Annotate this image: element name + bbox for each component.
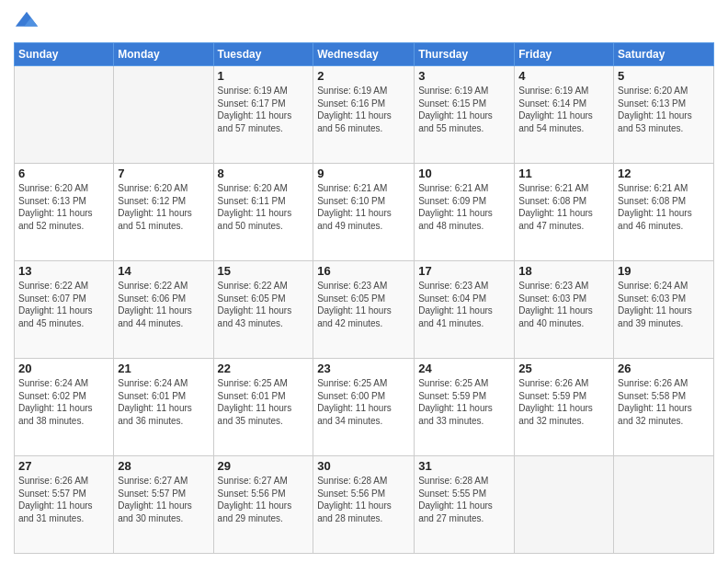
day-number: 4 <box>518 69 609 83</box>
day-of-week-header: Saturday <box>614 43 714 66</box>
calendar-week-row: 13Sunrise: 6:22 AMSunset: 6:07 PMDayligh… <box>15 261 714 359</box>
day-info: Sunrise: 6:26 AMSunset: 5:57 PMDaylight:… <box>18 475 109 524</box>
day-number: 30 <box>317 459 410 473</box>
day-info: Sunrise: 6:19 AMSunset: 6:16 PMDaylight:… <box>317 85 410 134</box>
calendar-cell <box>114 66 213 164</box>
day-info: Sunrise: 6:20 AMSunset: 6:13 PMDaylight:… <box>618 85 710 134</box>
day-info: Sunrise: 6:26 AMSunset: 5:58 PMDaylight:… <box>618 377 710 427</box>
day-info: Sunrise: 6:20 AMSunset: 6:12 PMDaylight:… <box>118 182 209 232</box>
day-number: 31 <box>418 459 510 473</box>
calendar-week-row: 6Sunrise: 6:20 AMSunset: 6:13 PMDaylight… <box>15 164 714 261</box>
day-number: 8 <box>218 167 310 180</box>
calendar-cell: 23Sunrise: 6:25 AMSunset: 6:00 PMDayligh… <box>313 359 415 456</box>
calendar-cell: 16Sunrise: 6:23 AMSunset: 6:05 PMDayligh… <box>313 261 415 359</box>
day-info: Sunrise: 6:26 AMSunset: 5:59 PMDaylight:… <box>518 377 609 427</box>
calendar-cell: 15Sunrise: 6:22 AMSunset: 6:05 PMDayligh… <box>213 261 313 359</box>
day-number: 24 <box>418 362 510 375</box>
calendar-cell: 21Sunrise: 6:24 AMSunset: 6:01 PMDayligh… <box>114 359 213 456</box>
day-info: Sunrise: 6:22 AMSunset: 6:05 PMDaylight:… <box>218 280 310 329</box>
calendar-week-row: 20Sunrise: 6:24 AMSunset: 6:02 PMDayligh… <box>15 359 714 456</box>
day-number: 3 <box>418 69 510 83</box>
day-of-week-header: Friday <box>515 43 614 66</box>
day-number: 17 <box>418 264 510 278</box>
day-number: 11 <box>518 167 609 180</box>
day-info: Sunrise: 6:28 AMSunset: 5:55 PMDaylight:… <box>418 475 510 524</box>
day-info: Sunrise: 6:27 AMSunset: 5:57 PMDaylight:… <box>118 475 209 524</box>
day-number: 7 <box>118 167 209 180</box>
day-number: 5 <box>618 69 710 83</box>
calendar-cell: 4Sunrise: 6:19 AMSunset: 6:14 PMDaylight… <box>515 66 614 164</box>
calendar-cell: 6Sunrise: 6:20 AMSunset: 6:13 PMDaylight… <box>15 164 114 261</box>
calendar-cell: 27Sunrise: 6:26 AMSunset: 5:57 PMDayligh… <box>15 456 114 554</box>
day-of-week-header: Wednesday <box>313 43 415 66</box>
day-info: Sunrise: 6:19 AMSunset: 6:15 PMDaylight:… <box>418 85 510 134</box>
calendar-cell: 9Sunrise: 6:21 AMSunset: 6:10 PMDaylight… <box>313 164 415 261</box>
calendar-cell: 17Sunrise: 6:23 AMSunset: 6:04 PMDayligh… <box>415 261 515 359</box>
day-info: Sunrise: 6:23 AMSunset: 6:05 PMDaylight:… <box>317 280 410 329</box>
day-info: Sunrise: 6:24 AMSunset: 6:02 PMDaylight:… <box>18 377 109 427</box>
calendar-cell: 25Sunrise: 6:26 AMSunset: 5:59 PMDayligh… <box>515 359 614 456</box>
calendar-cell <box>15 66 114 164</box>
day-info: Sunrise: 6:27 AMSunset: 5:56 PMDaylight:… <box>218 475 310 524</box>
day-info: Sunrise: 6:22 AMSunset: 6:06 PMDaylight:… <box>118 280 209 329</box>
calendar-cell: 20Sunrise: 6:24 AMSunset: 6:02 PMDayligh… <box>15 359 114 456</box>
calendar-cell: 22Sunrise: 6:25 AMSunset: 6:01 PMDayligh… <box>213 359 313 456</box>
day-number: 21 <box>118 362 209 375</box>
day-of-week-header: Tuesday <box>213 43 313 66</box>
day-number: 29 <box>218 459 310 473</box>
day-info: Sunrise: 6:25 AMSunset: 6:00 PMDaylight:… <box>317 377 410 427</box>
day-of-week-header: Monday <box>114 43 213 66</box>
day-info: Sunrise: 6:20 AMSunset: 6:11 PMDaylight:… <box>218 182 310 232</box>
day-info: Sunrise: 6:23 AMSunset: 6:04 PMDaylight:… <box>418 280 510 329</box>
calendar-cell: 12Sunrise: 6:21 AMSunset: 6:08 PMDayligh… <box>614 164 714 261</box>
calendar-cell: 29Sunrise: 6:27 AMSunset: 5:56 PMDayligh… <box>213 456 313 554</box>
day-number: 22 <box>218 362 310 375</box>
calendar-cell: 1Sunrise: 6:19 AMSunset: 6:17 PMDaylight… <box>213 66 313 164</box>
day-info: Sunrise: 6:20 AMSunset: 6:13 PMDaylight:… <box>18 182 109 232</box>
day-number: 15 <box>218 264 310 278</box>
calendar-cell: 10Sunrise: 6:21 AMSunset: 6:09 PMDayligh… <box>415 164 515 261</box>
day-number: 26 <box>618 362 710 375</box>
calendar-cell: 8Sunrise: 6:20 AMSunset: 6:11 PMDaylight… <box>213 164 313 261</box>
day-info: Sunrise: 6:24 AMSunset: 6:03 PMDaylight:… <box>618 280 710 329</box>
calendar-cell: 3Sunrise: 6:19 AMSunset: 6:15 PMDaylight… <box>415 66 515 164</box>
calendar-cell <box>614 456 714 554</box>
day-number: 2 <box>317 69 410 83</box>
calendar-cell: 13Sunrise: 6:22 AMSunset: 6:07 PMDayligh… <box>15 261 114 359</box>
day-number: 25 <box>518 362 609 375</box>
calendar-cell: 19Sunrise: 6:24 AMSunset: 6:03 PMDayligh… <box>614 261 714 359</box>
day-number: 13 <box>18 264 109 278</box>
day-info: Sunrise: 6:21 AMSunset: 6:09 PMDaylight:… <box>418 182 510 232</box>
day-number: 28 <box>118 459 209 473</box>
calendar-cell: 26Sunrise: 6:26 AMSunset: 5:58 PMDayligh… <box>614 359 714 456</box>
calendar-cell: 30Sunrise: 6:28 AMSunset: 5:56 PMDayligh… <box>313 456 415 554</box>
calendar-cell: 24Sunrise: 6:25 AMSunset: 5:59 PMDayligh… <box>415 359 515 456</box>
day-number: 10 <box>418 167 510 180</box>
day-number: 1 <box>218 69 310 83</box>
calendar-cell: 5Sunrise: 6:20 AMSunset: 6:13 PMDaylight… <box>614 66 714 164</box>
day-number: 23 <box>317 362 410 375</box>
logo-icon <box>14 9 40 35</box>
calendar-week-row: 27Sunrise: 6:26 AMSunset: 5:57 PMDayligh… <box>15 456 714 554</box>
logo <box>14 9 43 35</box>
day-number: 16 <box>317 264 410 278</box>
day-number: 27 <box>18 459 109 473</box>
day-number: 9 <box>317 167 410 180</box>
day-info: Sunrise: 6:19 AMSunset: 6:17 PMDaylight:… <box>218 85 310 134</box>
calendar-cell: 2Sunrise: 6:19 AMSunset: 6:16 PMDaylight… <box>313 66 415 164</box>
header <box>14 9 714 35</box>
day-number: 6 <box>18 167 109 180</box>
calendar-cell: 28Sunrise: 6:27 AMSunset: 5:57 PMDayligh… <box>114 456 213 554</box>
day-of-week-header: Thursday <box>415 43 515 66</box>
calendar-cell: 7Sunrise: 6:20 AMSunset: 6:12 PMDaylight… <box>114 164 213 261</box>
day-info: Sunrise: 6:21 AMSunset: 6:08 PMDaylight:… <box>618 182 710 232</box>
day-number: 12 <box>618 167 710 180</box>
calendar-cell <box>515 456 614 554</box>
calendar-table: SundayMondayTuesdayWednesdayThursdayFrid… <box>14 42 714 554</box>
calendar-cell: 18Sunrise: 6:23 AMSunset: 6:03 PMDayligh… <box>515 261 614 359</box>
day-info: Sunrise: 6:28 AMSunset: 5:56 PMDaylight:… <box>317 475 410 524</box>
day-number: 18 <box>518 264 609 278</box>
day-info: Sunrise: 6:24 AMSunset: 6:01 PMDaylight:… <box>118 377 209 427</box>
calendar-cell: 31Sunrise: 6:28 AMSunset: 5:55 PMDayligh… <box>415 456 515 554</box>
calendar-cell: 14Sunrise: 6:22 AMSunset: 6:06 PMDayligh… <box>114 261 213 359</box>
